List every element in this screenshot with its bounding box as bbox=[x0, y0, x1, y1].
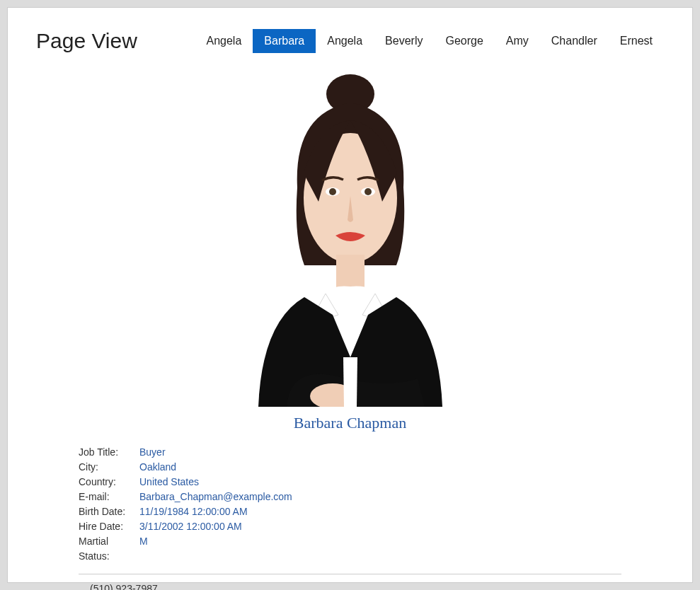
tab-angela-1[interactable]: Angela bbox=[195, 29, 253, 53]
detail-label: City: bbox=[79, 460, 139, 475]
detail-row-hire-date: Hire Date: 3/11/2002 12:00:00 AM bbox=[79, 519, 621, 534]
detail-row-city: City: Oakland bbox=[79, 460, 621, 475]
detail-value: Buyer bbox=[139, 445, 166, 460]
detail-value: United States bbox=[139, 475, 199, 490]
detail-value: M bbox=[139, 534, 148, 564]
svg-point-5 bbox=[365, 188, 372, 195]
detail-label: Job Title: bbox=[79, 445, 139, 460]
tab-ernest[interactable]: Ernest bbox=[609, 29, 664, 53]
person-portrait-icon bbox=[219, 74, 481, 407]
person-full-name: Barbara Chapman bbox=[294, 414, 406, 432]
phone-value: (510) 923-7987 bbox=[90, 583, 158, 590]
tab-george[interactable]: George bbox=[434, 29, 494, 53]
detail-row-email: E-mail: Barbara_Chapman@example.com bbox=[79, 490, 621, 504]
person-photo bbox=[219, 74, 481, 407]
detail-value: Oakland bbox=[139, 460, 176, 475]
detail-value: 3/11/2002 12:00:00 AM bbox=[139, 519, 242, 534]
detail-label: Birth Date: bbox=[79, 504, 139, 519]
detail-row-birth-date: Birth Date: 11/19/1984 12:00:00 AM bbox=[79, 504, 621, 519]
detail-row-country: Country: United States bbox=[79, 475, 621, 490]
tab-beverly[interactable]: Beverly bbox=[374, 29, 434, 53]
detail-label: E-mail: bbox=[79, 490, 139, 504]
header: Page View Angela Barbara Angela Beverly … bbox=[36, 29, 664, 53]
detail-label: Martial Status: bbox=[79, 534, 139, 564]
detail-value: Barbara_Chapman@example.com bbox=[139, 490, 292, 504]
content-area: Barbara Chapman Job Title: Buyer City: O… bbox=[36, 67, 664, 590]
tab-amy[interactable]: Amy bbox=[495, 29, 540, 53]
svg-point-3 bbox=[329, 188, 336, 195]
page-container: Page View Angela Barbara Angela Beverly … bbox=[7, 7, 693, 583]
detail-label: Hire Date: bbox=[79, 519, 139, 534]
tabs-list: Angela Barbara Angela Beverly George Amy… bbox=[195, 29, 665, 53]
detail-value: 11/19/1984 12:00:00 AM bbox=[139, 504, 248, 519]
divider bbox=[79, 574, 621, 574]
details-grid: Job Title: Buyer City: Oakland Country: … bbox=[36, 445, 664, 564]
tab-chandler[interactable]: Chandler bbox=[540, 29, 609, 53]
tab-angela-2[interactable]: Angela bbox=[316, 29, 374, 53]
detail-row-martial-status: Martial Status: M bbox=[79, 534, 621, 564]
page-title: Page View bbox=[36, 29, 137, 53]
tab-barbara[interactable]: Barbara bbox=[253, 29, 316, 53]
detail-row-job-title: Job Title: Buyer bbox=[79, 445, 621, 460]
detail-label: Country: bbox=[79, 475, 139, 490]
phone-row: (510) 923-7987 bbox=[36, 583, 664, 590]
